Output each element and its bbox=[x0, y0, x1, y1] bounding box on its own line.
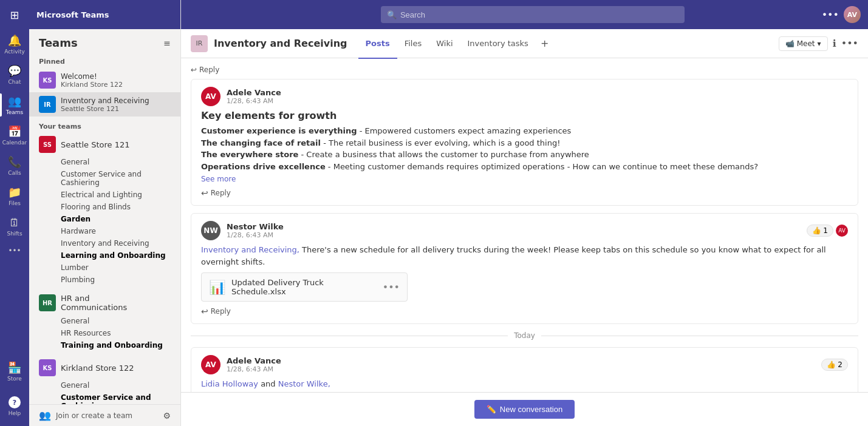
msg1-header: AV Adele Vance 1/28, 6:43 AM bbox=[201, 87, 848, 106]
channel-general-hr[interactable]: General bbox=[29, 315, 180, 327]
reply-icon-1: ↩ bbox=[201, 188, 208, 198]
team-name-hr: HR and Communications bbox=[61, 294, 155, 312]
nav-item-calendar[interactable]: 📅 Calendar bbox=[0, 120, 29, 150]
msg1-title: Key elements for growth bbox=[201, 110, 848, 121]
see-more-link[interactable]: See more bbox=[201, 175, 236, 183]
channel-lumber-seattle[interactable]: Lumber bbox=[29, 262, 180, 274]
pinned-item-inventory[interactable]: IR Inventory and Receiving Seattle Store… bbox=[29, 92, 180, 117]
channel-training-hr[interactable]: Training and Onboarding bbox=[29, 339, 180, 351]
help-icon: ? bbox=[9, 396, 21, 408]
reply-btn-2[interactable]: ↩ Reply bbox=[201, 306, 848, 316]
msg1-line2-suffix: - The retail business is ever evolving, … bbox=[321, 138, 560, 147]
more-options-icon[interactable]: ••• bbox=[841, 38, 858, 49]
msg2-mention[interactable]: Inventory and Receiving, bbox=[201, 245, 299, 254]
msg1-meta: Adele Vance 1/28, 6:43 AM bbox=[227, 88, 281, 105]
nav-label-files: Files bbox=[9, 200, 21, 206]
reaction-thumbsup-2[interactable]: 👍 1 bbox=[807, 225, 833, 237]
search-bar: 🔍 bbox=[381, 6, 685, 23]
meet-button[interactable]: 📹 Meet ▾ bbox=[779, 36, 828, 51]
msg1-body: Customer experience is everything - Empo… bbox=[201, 125, 848, 172]
nav-item-activity[interactable]: 🔔 Activity bbox=[0, 29, 29, 59]
calendar-icon: 📅 bbox=[8, 125, 21, 138]
message-thread-2: NW Nestor Wilke 1/28, 6:43 AM 👍 1 AV Inv… bbox=[191, 213, 858, 324]
msg1-time: 1/28, 6:43 AM bbox=[227, 97, 281, 105]
team-seattle: SS Seattle Store 121 ••• General Custome… bbox=[29, 133, 180, 288]
gear-icon[interactable]: ⚙ bbox=[163, 411, 171, 421]
nav-item-calls[interactable]: 📞 Calls bbox=[0, 150, 29, 181]
team-header-kirkland[interactable]: KS Kirkland Store 122 ••• bbox=[29, 356, 180, 379]
msg2-avatar-reaction: AV bbox=[836, 225, 848, 237]
nav-item-help[interactable]: ? Help bbox=[0, 391, 29, 421]
nav-item-files[interactable]: 📁 Files bbox=[0, 181, 29, 211]
msg1-line1-bold: Customer experience is everything bbox=[201, 126, 357, 135]
channel-inventory-seattle[interactable]: Inventory and Receiving bbox=[29, 237, 180, 249]
msg3-mention-nestor[interactable]: Nestor Wilke, bbox=[278, 379, 330, 388]
sidebar-footer[interactable]: 👥 Join or create a team ⚙ bbox=[29, 404, 180, 426]
channel-list-seattle: General Customer Service and Cashiering … bbox=[29, 156, 180, 288]
user-avatar[interactable]: AV bbox=[844, 6, 861, 23]
nav-label-calls: Calls bbox=[8, 170, 21, 176]
topbar-dots[interactable]: ••• bbox=[822, 9, 839, 21]
reply-top[interactable]: ↩ Reply bbox=[191, 63, 858, 79]
nav-item-teams[interactable]: 👥 Teams bbox=[0, 90, 29, 120]
add-tab-button[interactable]: + bbox=[536, 29, 553, 58]
files-icon: 📁 bbox=[8, 186, 21, 198]
channel-flooring-seattle[interactable]: Flooring and Blinds bbox=[29, 201, 180, 213]
shifts-icon: 🗓 bbox=[9, 216, 20, 229]
channel-header-right: 📹 Meet ▾ ℹ ••• bbox=[779, 36, 858, 51]
tab-inventory-tasks[interactable]: Inventory tasks bbox=[460, 30, 536, 59]
sidebar-header: Teams ≡ bbox=[29, 29, 180, 54]
excel-icon: 📊 bbox=[209, 280, 225, 295]
nav-item-chat[interactable]: 💬 Chat bbox=[0, 59, 29, 90]
channel-name: Inventory and Receiving bbox=[214, 38, 347, 49]
channel-hardware-seattle[interactable]: Hardware bbox=[29, 225, 180, 237]
team-header-seattle[interactable]: SS Seattle Store 121 ••• bbox=[29, 133, 180, 156]
join-label: Join or create a team bbox=[56, 411, 132, 420]
info-icon[interactable]: ℹ bbox=[833, 38, 836, 49]
thumbsup-icon-3: 👍 bbox=[827, 360, 836, 369]
pinned-info-inventory: Inventory and Receiving Seattle Store 12… bbox=[61, 96, 149, 113]
channel-plumbing-seattle[interactable]: Plumbing bbox=[29, 274, 180, 286]
channel-hrresources[interactable]: HR Resources bbox=[29, 327, 180, 339]
file-attachment-1[interactable]: 📊 Updated Delivery Truck Schedule.xlsx •… bbox=[201, 272, 408, 302]
msg2-time: 1/28, 6:43 AM bbox=[227, 231, 284, 239]
nav-item-store[interactable]: 🏪 Store bbox=[0, 356, 29, 387]
channel-learning-seattle[interactable]: Learning and Onboarding bbox=[29, 249, 180, 262]
sidebar: Microsoft Teams Teams ≡ Pinned KS Welcom… bbox=[29, 0, 181, 426]
search-input[interactable] bbox=[400, 10, 678, 19]
team-header-left-hr: HR HR and Communications bbox=[39, 294, 155, 312]
pinned-name-welcome: Welcome! bbox=[61, 72, 123, 81]
tab-files[interactable]: Files bbox=[397, 30, 429, 59]
filter-icon[interactable]: ≡ bbox=[163, 38, 171, 48]
msg2-avatar: NW bbox=[201, 221, 220, 240]
channel-electrical-seattle[interactable]: Electrical and Lighting bbox=[29, 189, 180, 201]
tab-wiki[interactable]: Wiki bbox=[429, 30, 460, 59]
pinned-item-welcome[interactable]: KS Welcome! Kirkland Store 122 bbox=[29, 68, 180, 92]
msg2-body: Inventory and Receiving, There's a new s… bbox=[201, 244, 848, 268]
channel-cashiering-seattle[interactable]: Customer Service and Cashiering bbox=[29, 168, 180, 189]
msg3-avatar: AV bbox=[201, 355, 220, 374]
msg3-header: AV Adele Vance 1/28, 6:43 AM 👍 2 bbox=[201, 355, 848, 374]
pencil-icon: ✏️ bbox=[487, 405, 496, 414]
chevron-down-icon: ▾ bbox=[818, 39, 821, 48]
msg1-author: Adele Vance bbox=[227, 88, 281, 97]
team-header-hr[interactable]: HR HR and Communications ••• bbox=[29, 291, 180, 315]
nav-item-shifts[interactable]: 🗓 Shifts bbox=[0, 211, 29, 242]
new-conversation-button[interactable]: ✏️ New conversation bbox=[474, 400, 575, 419]
reaction-thumbsup-3[interactable]: 👍 2 bbox=[821, 359, 848, 371]
channel-general-kirkland[interactable]: General bbox=[29, 379, 180, 391]
channel-cashiering-kirkland[interactable]: Customer Service and Cashiering bbox=[29, 391, 180, 404]
reply-btn-1[interactable]: ↩ Reply bbox=[201, 188, 848, 198]
nav-rail: ⊞ 🔔 Activity 💬 Chat 👥 Teams 📅 Calendar 📞… bbox=[0, 0, 29, 426]
msg3-mention-lidia[interactable]: Lidia Holloway bbox=[201, 379, 258, 388]
msg1-line3-bold: The everywhere store bbox=[201, 150, 298, 159]
file-more-icon[interactable]: ••• bbox=[383, 282, 400, 293]
tab-posts[interactable]: Posts bbox=[358, 30, 397, 59]
today-label: Today bbox=[514, 331, 535, 340]
channel-general-seattle[interactable]: General bbox=[29, 156, 180, 168]
channel-garden-seattle[interactable]: Garden bbox=[29, 213, 180, 225]
msg1-avatar: AV bbox=[201, 87, 220, 106]
nav-item-more[interactable]: ••• bbox=[0, 242, 29, 260]
pinned-sub-inventory: Seattle Store 121 bbox=[61, 105, 149, 113]
team-header-left-kirkland: KS Kirkland Store 122 bbox=[39, 359, 134, 376]
